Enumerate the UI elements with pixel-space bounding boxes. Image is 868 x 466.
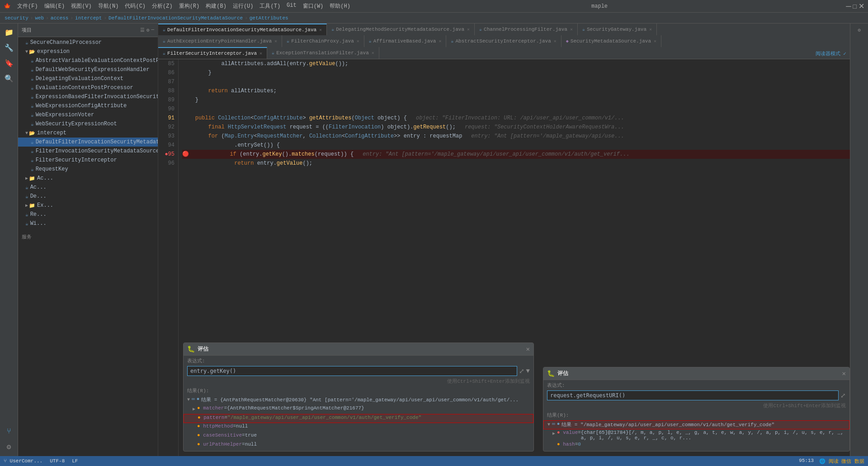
tree-folder-ac2[interactable]: ☕ Ac... bbox=[18, 183, 158, 192]
eval-input-right[interactable] bbox=[547, 390, 839, 400]
tab-close-11[interactable]: ✕ bbox=[372, 50, 374, 56]
status-right: 95:13 🌐 阅读 微信 数据 bbox=[799, 458, 864, 465]
tab-close-9[interactable]: ✕ bbox=[654, 38, 656, 44]
tree-item-filtersecurity[interactable]: ☕ FilterSecurityInterceptor bbox=[18, 156, 158, 165]
breadcrumb-item-5[interactable]: DefaultFilterInvocationSecurityMetadataS… bbox=[108, 15, 243, 21]
tree-item-websecurity[interactable]: ☕ WebSecurityExpressionRoot bbox=[18, 119, 158, 128]
tree-item-abstract[interactable]: ☕ AbstractVariableEvaluationContextPostP… bbox=[18, 56, 158, 65]
code-hint-95: entry: "Ant [pattern='/maple_gateway/api… bbox=[363, 150, 630, 159]
search-icon[interactable]: 🔍 bbox=[2, 71, 16, 86]
tab-secmeta[interactable]: ◆ SecurityMetadataSource.java ✕ bbox=[561, 35, 661, 47]
result-root-text-left: 结果 = {AntPathRequestMatcher@20630} "Ant … bbox=[201, 396, 519, 403]
menu-file[interactable]: 文件(F) bbox=[14, 1, 41, 11]
tab-filterchain[interactable]: ☕ FilterChainProxy.java ✕ bbox=[282, 35, 364, 47]
menu-help[interactable]: 帮助(H) bbox=[327, 1, 353, 11]
tab-auth[interactable]: ☕ AuthExceptionEntryPointHandler.java ✕ bbox=[158, 35, 282, 47]
tree-folder-expression[interactable]: ▼ 📂 expression bbox=[18, 47, 158, 56]
tree-item-webvoter[interactable]: ☕ WebExpressionVoter bbox=[18, 110, 158, 119]
menu-code[interactable]: 代码(C) bbox=[122, 1, 148, 11]
menu-build[interactable]: 构建(B) bbox=[203, 1, 229, 11]
tree-item-label: EvaluationContextPostProcessor bbox=[36, 85, 133, 91]
result-expand-left[interactable]: ▼ bbox=[187, 397, 190, 402]
eval-dropdown-left[interactable]: ▼ bbox=[526, 367, 530, 375]
tree-item-delegating[interactable]: ☕ DelegatingEvaluationContext bbox=[18, 74, 158, 83]
tree-folder-ex[interactable]: ▶ 📁 Ex... bbox=[18, 201, 158, 210]
result-icon-case: ● bbox=[197, 433, 200, 438]
breadcrumb-item-1[interactable]: security bbox=[5, 15, 28, 21]
tab-channel[interactable]: ☕ ChannelProcessingFilter.java ✕ bbox=[475, 24, 578, 35]
result-expand-matcher[interactable]: ▶ bbox=[193, 406, 195, 412]
close-button[interactable]: ✕ bbox=[859, 2, 864, 10]
structure-icon[interactable]: 🔧 bbox=[2, 41, 16, 55]
services-icon[interactable]: ⚙ bbox=[2, 440, 16, 454]
eval-header-right: 🐛 评估 ✕ bbox=[543, 367, 849, 380]
tab-close-7[interactable]: ✕ bbox=[439, 38, 441, 44]
menu-window[interactable]: 窗口(W) bbox=[300, 1, 326, 11]
menu-tools[interactable]: 工具(T) bbox=[257, 1, 283, 11]
tab-affirmative[interactable]: ☕ AffirmativeBased.java ✕ bbox=[364, 35, 447, 47]
tab-close-3[interactable]: ✕ bbox=[570, 27, 573, 32]
tab-label-9: SecurityMetadataSource.java bbox=[571, 38, 651, 44]
tree-item-evaluation[interactable]: ☕ EvaluationContextPostProcessor bbox=[18, 83, 158, 92]
reader-mode-btn[interactable]: 阅读器模式 ✓ bbox=[812, 48, 850, 59]
tree-item-defaultfilter[interactable]: ☕ DefaultFilterInvocationSecurityMetadat… bbox=[18, 138, 158, 147]
tab-close-8[interactable]: ✕ bbox=[554, 38, 557, 44]
tree-folder-de[interactable]: ☕ De... bbox=[18, 192, 158, 201]
maximize-button[interactable]: □ bbox=[853, 3, 857, 10]
tree-folder-ac1[interactable]: ▶ 📁 Ac... bbox=[18, 174, 158, 183]
tab-close-1[interactable]: ✕ bbox=[319, 27, 322, 33]
tree-item-expression[interactable]: ☕ ExpressionBasedFilterInvocationSecurit… bbox=[18, 92, 158, 101]
result-icon-pattern: ● bbox=[198, 415, 201, 420]
tree-item-wi[interactable]: ☕ Wi... bbox=[18, 219, 158, 228]
breadcrumb-item-3[interactable]: access bbox=[51, 15, 69, 21]
eval-expand-left[interactable]: ⤢ bbox=[519, 367, 524, 375]
breadcrumb-item-2[interactable]: web bbox=[35, 15, 44, 21]
tab-close-4[interactable]: ✕ bbox=[649, 27, 652, 32]
result-key-url: urlPathHelper bbox=[200, 442, 242, 447]
tab-icon-9: ◆ bbox=[566, 38, 569, 44]
tree-item-requestkey[interactable]: ☕ RequestKey bbox=[18, 165, 158, 174]
tree-item-securechannel[interactable]: ☕ SecureChannelProcessor bbox=[18, 38, 158, 47]
eval-icon-right: 🐛 bbox=[547, 370, 555, 377]
eval-close-right[interactable]: ✕ bbox=[842, 370, 846, 377]
tab-abstract[interactable]: ☕ AbstractSecurityInterceptor.java ✕ bbox=[446, 35, 561, 47]
tab-filtersec[interactable]: ☕ FilterSecurityInterceptor.java ✕ bbox=[158, 47, 267, 59]
tab-bar: ☕ DefaultFilterInvocationSecurityMetadat… bbox=[158, 24, 850, 59]
eval-input-left[interactable] bbox=[187, 366, 517, 376]
menu-navigate[interactable]: 导航(N) bbox=[95, 1, 122, 11]
result-expand-val-right[interactable]: ▶ bbox=[552, 431, 555, 436]
eval-close-left[interactable]: ✕ bbox=[526, 345, 530, 353]
tree-item-filterinvocation[interactable]: ☕ FilterInvocationSecurityMetadataSource bbox=[18, 147, 158, 156]
tab-gateway[interactable]: ☕ SecurityGateway.java ✕ bbox=[578, 24, 657, 35]
breadcrumb-item-6[interactable]: getAttributes bbox=[250, 15, 288, 21]
tab-delegating[interactable]: ☕ DelegatingMethodSecurityMetadataSource… bbox=[327, 24, 475, 35]
tab-exception[interactable]: ☕ ExceptionTranslationFilter.java ✕ bbox=[267, 47, 379, 59]
tree-item-webexpression[interactable]: ☕ WebExpressionConfigAttribute bbox=[18, 101, 158, 110]
tree-item-re[interactable]: ☕ Re... bbox=[18, 210, 158, 219]
tab-defaultfilter[interactable]: ☕ DefaultFilterInvocationSecurityMetadat… bbox=[158, 24, 327, 35]
tree-close-btn[interactable]: ─ bbox=[151, 27, 154, 33]
title-bar-left: 🍁 bbox=[4, 3, 11, 10]
tab-close-5[interactable]: ✕ bbox=[274, 38, 277, 44]
tab-close-6[interactable]: ✕ bbox=[357, 38, 359, 44]
tab-close-10[interactable]: ✕ bbox=[259, 51, 262, 56]
right-panel-btn-1[interactable]: ⚙ bbox=[856, 25, 863, 35]
minimize-button[interactable]: ─ bbox=[846, 2, 851, 10]
menu-refactor[interactable]: 重构(R) bbox=[176, 1, 203, 11]
tree-item-defaultweb[interactable]: ☕ DefaultWebSecurityExpressionHandler bbox=[18, 65, 158, 74]
project-icon[interactable]: 📁 bbox=[2, 25, 16, 40]
menu-analyze[interactable]: 分析(Z) bbox=[149, 1, 175, 11]
tab-close-2[interactable]: ✕ bbox=[467, 27, 470, 32]
menu-run[interactable]: 运行(U) bbox=[230, 1, 256, 11]
git-icon[interactable]: ⑂ bbox=[2, 424, 16, 439]
breadcrumb-item-4[interactable]: intercept bbox=[75, 15, 102, 21]
tree-settings-btn[interactable]: ⚙ bbox=[146, 27, 150, 33]
result-expand-right[interactable]: ▼ bbox=[547, 422, 550, 427]
menu-git[interactable]: Git bbox=[284, 1, 299, 11]
tree-folder-intercept[interactable]: ▼ 📂 intercept bbox=[18, 128, 158, 138]
bookmark-icon[interactable]: 🔖 bbox=[2, 56, 16, 71]
menu-edit[interactable]: 编辑(E) bbox=[42, 1, 68, 11]
eval-expand-right[interactable]: ⤢ bbox=[840, 392, 846, 399]
tree-collapse-btn[interactable]: ☰ bbox=[140, 27, 145, 33]
menu-view[interactable]: 视图(V) bbox=[68, 1, 94, 11]
